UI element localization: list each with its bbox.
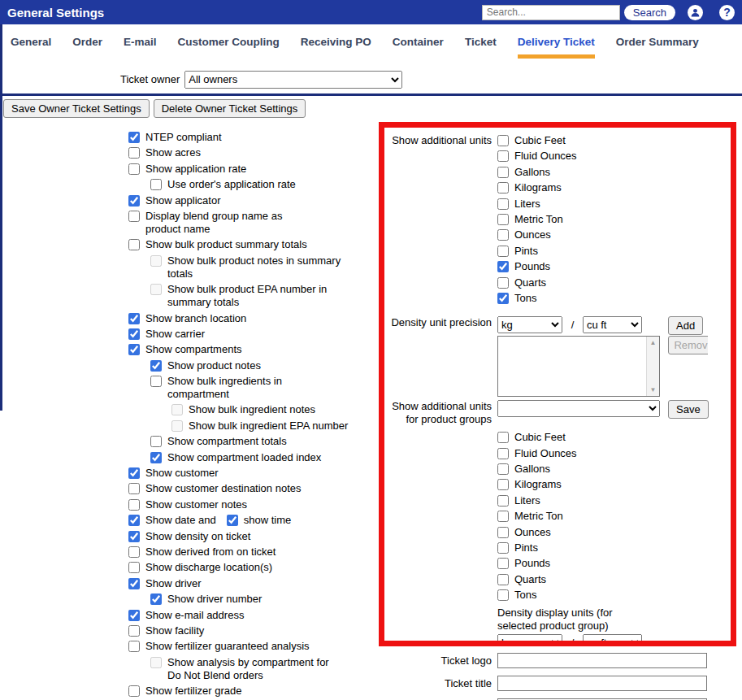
setting-label: Show customer destination notes	[145, 482, 302, 495]
setting-checkbox-show-compartments[interactable]	[128, 344, 140, 355]
pg-unit-checkbox-ounces[interactable]	[497, 527, 509, 538]
setting-checkbox-ntep-compliant[interactable]	[128, 132, 140, 143]
ticket-owner-select[interactable]: All owners	[184, 71, 402, 89]
pg-unit-checkbox-cubic-feet[interactable]	[497, 432, 509, 443]
tab-ticket[interactable]: Ticket	[465, 36, 497, 59]
unit-row: Cubic Feet	[497, 134, 731, 147]
setting-checkbox-show-driver[interactable]	[128, 578, 140, 589]
pg-unit-row: Gallons	[497, 463, 731, 476]
pg-unit-label: Fluid Ounces	[514, 447, 577, 460]
product-groups-section: Show additional units for product groups…	[384, 400, 731, 426]
setting-checkbox-show-date-and[interactable]	[128, 515, 140, 526]
user-icon[interactable]	[688, 5, 703, 20]
setting-checkbox-show-branch-location[interactable]	[128, 313, 140, 324]
search-input[interactable]	[482, 5, 620, 20]
unit-checkbox-quarts[interactable]	[497, 277, 509, 289]
pg-unit-checkbox-pints[interactable]	[497, 542, 509, 554]
tab-general[interactable]: General	[11, 36, 51, 59]
unit-checkbox-cubic-feet[interactable]	[497, 135, 509, 146]
setting-checkbox-show-application-rate[interactable]	[128, 163, 140, 175]
tab-container[interactable]: Container	[393, 36, 444, 59]
unit-checkbox-liters[interactable]	[497, 198, 509, 210]
setting-row: Display blend group name as product name	[128, 210, 379, 236]
tab-order-summary[interactable]: Order Summary	[616, 36, 699, 59]
pg-unit-checkbox-kilograms[interactable]	[497, 479, 509, 490]
unit-checkbox-kilograms[interactable]	[497, 182, 509, 193]
setting-checkbox-show-driver-number[interactable]	[150, 593, 162, 605]
setting-checkbox-show-fertilizer-grade[interactable]	[128, 685, 140, 697]
pg-unit-label: Kilograms	[514, 478, 562, 491]
setting-checkbox-show-fertilizer-guaranteed-analysis[interactable]	[128, 641, 140, 652]
setting-checkbox-show-customer-notes[interactable]	[128, 499, 140, 511]
setting-checkbox-show-acres[interactable]	[128, 147, 140, 159]
pg-unit-label: Tons	[514, 589, 536, 602]
display-denominator-select[interactable]: cu ft	[583, 634, 642, 646]
unit-checkbox-ounces[interactable]	[497, 229, 509, 241]
listbox-scrollbar[interactable]: ▲ ▼	[646, 337, 659, 396]
unit-label: Ounces	[514, 228, 551, 241]
setting-label: Show bulk product notes in summary total…	[167, 254, 341, 280]
setting-checkbox-display-blend-group-name-as-product-name[interactable]	[128, 211, 140, 222]
setting-checkbox-show-bulk-ingredients-in-compartment[interactable]	[150, 376, 162, 387]
unit-checkbox-pints[interactable]	[497, 246, 509, 257]
pg-unit-checkbox-tons[interactable]	[497, 589, 509, 601]
unit-checkbox-gallons[interactable]	[497, 167, 509, 178]
setting-row: Show density on ticket	[128, 530, 379, 543]
save-button[interactable]: Save	[668, 400, 709, 419]
setting-checkbox-show-applicator[interactable]	[128, 195, 140, 207]
tab-delivery-ticket[interactable]: Delivery Ticket	[518, 36, 595, 59]
setting-checkbox-use-order-s-application-rate[interactable]	[150, 179, 162, 190]
search-button[interactable]: Search	[624, 5, 675, 20]
pg-unit-checkbox-liters[interactable]	[497, 495, 509, 507]
unit-row: Ounces	[497, 228, 731, 241]
scroll-down-icon[interactable]: ▼	[650, 386, 657, 393]
add-button[interactable]: Add	[668, 316, 703, 335]
setting-checkbox-show-derived-from-on-ticket[interactable]	[128, 546, 140, 558]
display-numerator-select[interactable]: kg	[497, 634, 562, 646]
delete-owner-ticket-settings-button[interactable]: Delete Owner Ticket Settings	[154, 99, 306, 118]
setting-label: Show facility	[145, 624, 204, 637]
ticket-title-input[interactable]	[497, 676, 707, 691]
density-display-units-section: Density display units (for selected prod…	[384, 607, 731, 646]
scroll-up-icon[interactable]: ▲	[650, 339, 657, 346]
setting-checkbox-show-density-on-ticket[interactable]	[128, 531, 140, 542]
highlight-annotation-box: Show additional units Cubic FeetFluid Ou…	[379, 122, 736, 646]
pg-unit-checkbox-metric-ton[interactable]	[497, 511, 509, 522]
setting-checkbox-show-discharge-location-s[interactable]	[128, 562, 140, 573]
unit-checkbox-metric-ton[interactable]	[497, 214, 509, 225]
pg-unit-checkbox-gallons[interactable]	[497, 463, 509, 475]
tab-e-mail[interactable]: E-mail	[124, 36, 157, 59]
setting-checkbox-show-bulk-product-summary-totals[interactable]	[128, 239, 140, 250]
save-owner-ticket-settings-button[interactable]: Save Owner Ticket Settings	[3, 99, 150, 118]
setting-checkbox-show-carrier[interactable]	[128, 328, 140, 340]
setting-row: Show facility	[128, 624, 379, 637]
pg-unit-checkbox-fluid-ounces[interactable]	[497, 448, 509, 459]
pg-unit-checkbox-quarts[interactable]	[497, 574, 509, 585]
unit-checkbox-tons[interactable]	[497, 293, 509, 304]
setting-checkbox-show-facility[interactable]	[128, 625, 140, 637]
density-precision-listbox[interactable]: ▲ ▼	[497, 336, 660, 397]
setting-checkbox-show-customer-destination-notes[interactable]	[128, 483, 140, 494]
unit-checkbox-fluid-ounces[interactable]	[497, 150, 509, 162]
setting-checkbox-show-compartment-loaded-index[interactable]	[150, 452, 162, 463]
ticket-logo-input[interactable]	[497, 653, 707, 668]
pg-unit-checkbox-pounds[interactable]	[497, 558, 509, 569]
unit-label: Tons	[514, 292, 536, 305]
help-icon[interactable]: ?	[719, 5, 735, 20]
tab-customer-coupling[interactable]: Customer Coupling	[178, 36, 280, 59]
product-groups-select[interactable]	[497, 400, 660, 417]
density-numerator-select[interactable]: kg	[497, 316, 562, 333]
ticket-fields: Ticket logoTicket title	[384, 652, 707, 700]
tab-receiving-po[interactable]: Receiving PO	[301, 36, 371, 59]
unit-label: Metric Ton	[514, 213, 563, 226]
tab-order[interactable]: Order	[72, 36, 102, 59]
unit-checkbox-pounds[interactable]	[497, 261, 509, 272]
setting-checkbox-show-e-mail-address[interactable]	[128, 610, 140, 621]
setting-checkbox-show-compartment-totals[interactable]	[150, 436, 162, 447]
setting-row: Show bulk ingredient notes	[171, 403, 379, 416]
setting-row: Show application rate	[128, 163, 379, 176]
density-denominator-select[interactable]: cu ft	[583, 316, 642, 333]
setting-checkbox-show-time[interactable]	[227, 515, 238, 526]
setting-checkbox-show-customer[interactable]	[128, 467, 140, 479]
setting-checkbox-show-product-notes[interactable]	[150, 360, 162, 372]
